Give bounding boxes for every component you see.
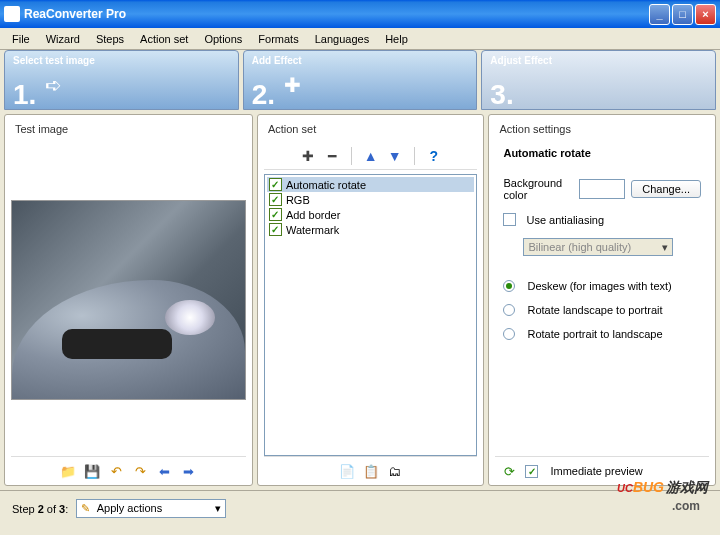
save-set-icon[interactable]: 📋 xyxy=(363,463,379,479)
immediate-preview-label: Immediate preview xyxy=(550,465,642,477)
settings-footer: ⟳ ✓ Immediate preview xyxy=(495,456,709,479)
step-tab-1[interactable]: Select test image 1. ➪ xyxy=(4,50,239,110)
menubar: File Wizard Steps Action set Options For… xyxy=(0,28,720,50)
move-up-icon[interactable]: ▲ xyxy=(362,147,380,165)
action-toolbar: ✚ ━ ▲ ▼ ? xyxy=(264,143,478,170)
menu-formats[interactable]: Formats xyxy=(250,31,306,47)
checkbox-icon[interactable]: ✓ xyxy=(269,208,282,221)
radio-deskew-label: Deskew (for images with text) xyxy=(527,280,671,292)
step-3-label: Adjust Effect xyxy=(490,55,707,66)
action-list[interactable]: ✓ Automatic rotate ✓ RGB ✓ Add border ✓ … xyxy=(264,174,478,456)
menu-action-set[interactable]: Action set xyxy=(132,31,196,47)
radio-portrait-landscape[interactable] xyxy=(503,328,515,340)
action-item-rgb[interactable]: ✓ RGB xyxy=(267,192,475,207)
step-1-label: Select test image xyxy=(13,55,230,66)
radio-p2l-label: Rotate portrait to landscape xyxy=(527,328,662,340)
help-icon[interactable]: ? xyxy=(425,147,443,165)
arrow-icon: ➪ xyxy=(45,73,62,97)
move-down-icon[interactable]: ▼ xyxy=(386,147,404,165)
window-title: ReaConverter Pro xyxy=(24,7,649,21)
close-button[interactable]: × xyxy=(695,4,716,25)
redo-icon[interactable]: ↷ xyxy=(132,463,148,479)
step-2-label: Add Effect xyxy=(252,55,469,66)
change-color-button[interactable]: Change... xyxy=(631,180,701,198)
antialias-label: Use antialiasing xyxy=(526,214,604,226)
action-set-footer: 📄 📋 🗂 xyxy=(264,456,478,479)
remove-action-icon[interactable]: ━ xyxy=(323,147,341,165)
steps-header: Select test image 1. ➪ Add Effect 2. ✚ A… xyxy=(0,50,720,110)
antialias-checkbox[interactable] xyxy=(503,213,516,226)
test-image-panel: Test image 📁 💾 ↶ ↷ ⬅ ➡ xyxy=(4,114,253,486)
step-select[interactable]: ✎ Apply actions xyxy=(76,499,226,518)
setting-name: Automatic rotate xyxy=(503,147,701,159)
titlebar: ReaConverter Pro _ □ × xyxy=(0,0,720,28)
prev-icon[interactable]: ⬅ xyxy=(156,463,172,479)
immediate-preview-checkbox[interactable]: ✓ xyxy=(525,465,538,478)
menu-wizard[interactable]: Wizard xyxy=(38,31,88,47)
undo-icon[interactable]: ↶ xyxy=(108,463,124,479)
quality-select[interactable]: Bilinear (high quality) xyxy=(523,238,673,256)
action-label: Automatic rotate xyxy=(286,179,366,191)
step-tab-2[interactable]: Add Effect 2. ✚ xyxy=(243,50,478,110)
action-item-add-border[interactable]: ✓ Add border xyxy=(267,207,475,222)
action-settings-panel: Action settings Automatic rotate Backgro… xyxy=(488,114,716,486)
action-label: Add border xyxy=(286,209,340,221)
save-icon[interactable]: 💾 xyxy=(84,463,100,479)
menu-options[interactable]: Options xyxy=(196,31,250,47)
test-image-title: Test image xyxy=(11,121,246,137)
action-set-panel: Action set ✚ ━ ▲ ▼ ? ✓ Automatic rotate … xyxy=(257,114,485,486)
plus-icon: ✚ xyxy=(284,73,301,97)
image-preview xyxy=(11,200,246,400)
checkbox-icon[interactable]: ✓ xyxy=(269,223,282,236)
step-indicator: Step 2 of 3: xyxy=(12,503,68,515)
refresh-icon[interactable]: ⟳ xyxy=(501,463,517,479)
image-toolbar: 📁 💾 ↶ ↷ ⬅ ➡ xyxy=(11,456,246,479)
checkbox-icon[interactable]: ✓ xyxy=(269,178,282,191)
manage-set-icon[interactable]: 🗂 xyxy=(387,463,403,479)
checkbox-icon[interactable]: ✓ xyxy=(269,193,282,206)
menu-file[interactable]: File xyxy=(4,31,38,47)
open-icon[interactable]: 📁 xyxy=(60,463,76,479)
step-3-num: 3. xyxy=(490,79,513,110)
minimize-button[interactable]: _ xyxy=(649,4,670,25)
add-action-icon[interactable]: ✚ xyxy=(299,147,317,165)
bottom-bar: Step 2 of 3: ✎ Apply actions xyxy=(0,490,720,526)
action-settings-title: Action settings xyxy=(495,121,709,137)
step-tab-3[interactable]: Adjust Effect 3. xyxy=(481,50,716,110)
step-1-num: 1. xyxy=(13,79,36,110)
step-2-num: 2. xyxy=(252,79,275,110)
app-icon xyxy=(4,6,20,22)
load-set-icon[interactable]: 📄 xyxy=(339,463,355,479)
radio-l2p-label: Rotate landscape to portrait xyxy=(527,304,662,316)
action-label: RGB xyxy=(286,194,310,206)
next-icon[interactable]: ➡ xyxy=(180,463,196,479)
bg-color-swatch[interactable] xyxy=(579,179,625,199)
action-label: Watermark xyxy=(286,224,339,236)
menu-steps[interactable]: Steps xyxy=(88,31,132,47)
menu-languages[interactable]: Languages xyxy=(307,31,377,47)
radio-deskew[interactable] xyxy=(503,280,515,292)
action-set-title: Action set xyxy=(264,121,478,137)
action-item-watermark[interactable]: ✓ Watermark xyxy=(267,222,475,237)
menu-help[interactable]: Help xyxy=(377,31,416,47)
radio-landscape-portrait[interactable] xyxy=(503,304,515,316)
bg-color-label: Background color xyxy=(503,177,573,201)
action-item-automatic-rotate[interactable]: ✓ Automatic rotate xyxy=(267,177,475,192)
maximize-button[interactable]: □ xyxy=(672,4,693,25)
